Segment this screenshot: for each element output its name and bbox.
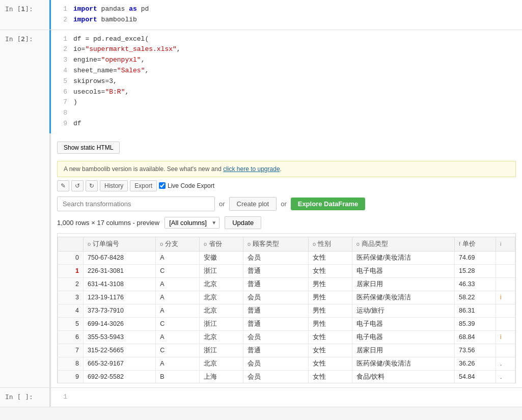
table-cell: A	[156, 251, 200, 264]
table-cell: C	[156, 264, 200, 277]
table-cell: 73.56	[455, 344, 496, 357]
table-cell: i	[496, 330, 515, 344]
export-button[interactable]: Export	[130, 180, 157, 191]
cell-2-label: In [2]:	[0, 30, 51, 133]
update-button[interactable]: Update	[225, 216, 261, 229]
table-cell: A	[156, 330, 200, 344]
show-html-button[interactable]: Show static HTML	[57, 142, 120, 154]
cell-2-main: In [2]: 1 df = pd.read_excel( 2 io="supe…	[0, 30, 522, 133]
table-cell: B	[156, 370, 200, 383]
col-header-prodtype: o商品类型	[352, 237, 454, 251]
table-cell: C	[156, 344, 200, 357]
search-row: or Create plot or Explore DataFrame	[57, 197, 516, 211]
table-cell: 浙江	[200, 344, 243, 357]
cell-empty-label: In [ ]:	[0, 388, 51, 407]
live-code-checkbox[interactable]	[159, 182, 166, 189]
table-cell: 会员	[243, 251, 308, 264]
table-cell: 居家日用	[352, 344, 454, 357]
table-cell: 男性	[308, 291, 352, 304]
table-cell: A	[156, 277, 200, 291]
col-header-ordernum: o订单编号	[84, 237, 156, 251]
row-index: 4	[58, 304, 84, 317]
table-row: 1 226-31-3081 C 浙江 普通 女性 电子电器 15.28	[58, 264, 515, 277]
row-index: 7	[58, 344, 84, 357]
table-row: 0 750-67-8428 A 安徽 会员 女性 医药保健/美妆清洁 74.69	[58, 251, 515, 264]
cell-2-code: 1 df = pd.read_excel( 2 io="supermarkt_s…	[57, 34, 516, 129]
table-cell: 女性	[308, 251, 352, 264]
back-button[interactable]: ↺	[71, 180, 84, 191]
create-plot-button[interactable]: Create plot	[229, 197, 277, 211]
upgrade-link[interactable]: click here to upgrade	[223, 165, 280, 173]
history-button[interactable]: History	[100, 180, 128, 191]
table-row: 2 631-41-3108 A 北京 普通 男性 居家日用 46.33	[58, 277, 515, 291]
table-cell: 普通	[243, 277, 308, 291]
table-header-row: o订单编号 o分支 o省份 o顾客类型 o性别 o商品类型 f单价 i	[58, 237, 515, 251]
table-cell: 226-31-3081	[84, 264, 156, 277]
live-code-text: Live Code Export	[168, 182, 214, 189]
cell-1: In [1]: 1 import pandas as pd 2 import b…	[0, 0, 522, 30]
code-line: 5 skiprows=3,	[57, 76, 516, 87]
table-cell: 电子电器	[352, 264, 454, 277]
table-cell: A	[156, 304, 200, 317]
table-cell: 692-92-5582	[84, 370, 156, 383]
table-cell: A	[156, 291, 200, 304]
table-cell: 会员	[243, 357, 308, 370]
table-cell: 355-53-5943	[84, 330, 156, 344]
data-table-wrapper[interactable]: o订单编号 o分支 o省份 o顾客类型 o性别 o商品类型 f单价 i	[57, 233, 516, 383]
table-cell: 普通	[243, 264, 308, 277]
code-line: 1 import pandas as pd	[57, 4, 516, 15]
code-line: 2 io="supermarkt_sales.xlsx",	[57, 44, 516, 55]
code-line: 3 engine="openpyxl",	[57, 55, 516, 66]
toolbar: ✎ ↺ ↻ History Export Live Code Export	[57, 180, 516, 191]
code-line: 4 sheet_name="Sales",	[57, 66, 516, 76]
table-cell: 女性	[308, 357, 352, 370]
row-index: 2	[58, 277, 84, 291]
table-cell: 665-32-9167	[84, 357, 156, 370]
table-row: 7 315-22-5665 C 浙江 普通 女性 居家日用 73.56	[58, 344, 515, 357]
undo-button[interactable]: ✎	[57, 180, 69, 191]
table-cell: 浙江	[200, 317, 243, 330]
columns-select[interactable]: [All columns]	[164, 217, 219, 229]
col-header-index	[58, 237, 84, 251]
cell-1-label: In [1]:	[0, 0, 51, 30]
table-cell: 85.39	[455, 317, 496, 330]
table-cell: 北京	[200, 304, 243, 317]
code-line: 7 )	[57, 97, 516, 108]
table-cell: 631-41-3108	[84, 277, 156, 291]
rows-label: 1,000 rows × 17 columns - preview	[57, 219, 159, 227]
table-cell	[496, 277, 515, 291]
search-input[interactable]	[57, 197, 215, 211]
refresh-button[interactable]: ↻	[86, 180, 98, 191]
table-cell: 750-67-8428	[84, 251, 156, 264]
cell-1-content: 1 import pandas as pd 2 import bamboolib	[51, 0, 522, 30]
notebook: In [1]: 1 import pandas as pd 2 import b…	[0, 0, 522, 407]
row-index: 9	[58, 370, 84, 383]
col-header-extra: i	[496, 237, 515, 251]
cell-empty-content: 1	[51, 388, 522, 407]
table-cell: 医药保健/美妆清洁	[352, 251, 454, 264]
table-cell: 电子电器	[352, 317, 454, 330]
table-cell: 安徽	[200, 251, 243, 264]
table-cell: .	[496, 370, 515, 383]
code-line: 9 df	[57, 119, 516, 129]
table-cell: 北京	[200, 357, 243, 370]
table-cell: 医药保健/美妆清洁	[352, 357, 454, 370]
table-cell: 699-14-3026	[84, 317, 156, 330]
table-cell: 315-22-5665	[84, 344, 156, 357]
code-line: 1	[57, 392, 516, 403]
table-row: 8 665-32-9167 A 北京 会员 女性 医药保健/美妆清洁 36.26…	[58, 357, 515, 370]
table-cell: 74.69	[455, 251, 496, 264]
table-cell: 居家日用	[352, 277, 454, 291]
col-header-custtype: o顾客类型	[243, 237, 308, 251]
cell-empty: In [ ]: 1	[0, 388, 522, 407]
col-header-province: o省份	[200, 237, 243, 251]
live-code-label[interactable]: Live Code Export	[159, 182, 214, 189]
table-cell: .	[496, 357, 515, 370]
code-line: 1 df = pd.read_excel(	[57, 34, 516, 45]
table-row: 4 373-73-7910 A 北京 普通 男性 运动/旅行 86.31	[58, 304, 515, 317]
explore-dataframe-button[interactable]: Explore DataFrame	[291, 198, 366, 210]
code-line: 8	[57, 108, 516, 119]
table-cell: 86.31	[455, 304, 496, 317]
table-cell: 男性	[308, 277, 352, 291]
table-cell: 男性	[308, 317, 352, 330]
